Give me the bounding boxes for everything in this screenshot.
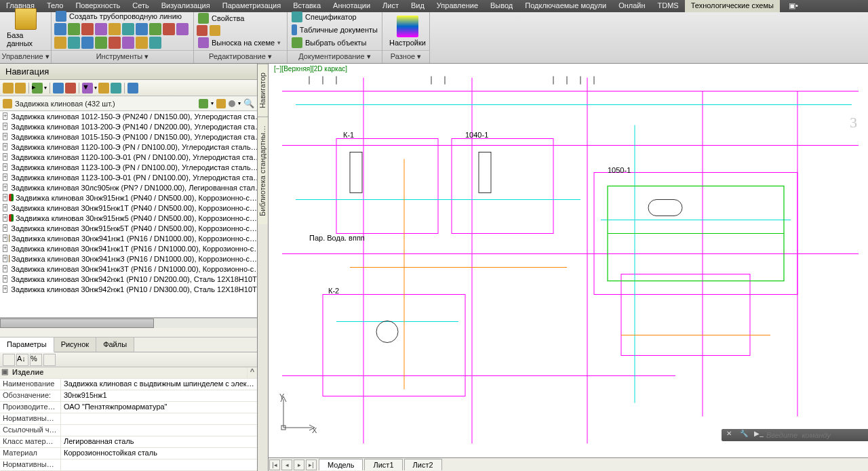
folder-icon[interactable] — [3, 83, 14, 94]
prop-row[interactable]: МатериалКоррозионностойкая сталь — [0, 448, 257, 459]
vtab-library[interactable]: Библиотека стандартны… — [258, 117, 268, 224]
collapse-icon[interactable]: ▣ — [0, 367, 9, 378]
tool-icon[interactable] — [176, 23, 189, 35]
categorize-icon[interactable] — [3, 354, 15, 366]
tree-item[interactable]: +Задвижка клиновая 30нж915нж5Т (PN40 / D… — [0, 223, 257, 233]
prop-value[interactable]: Коррозионностойкая сталь — [61, 448, 257, 459]
tree-item[interactable]: +Задвижка клиновая 30нж915нж5 (PN40 / DN… — [0, 213, 257, 223]
tree-item[interactable]: +Задвижка клиновая 30нж941нж1Т (PN16 / D… — [0, 243, 257, 253]
prop-value[interactable]: Задвижка клиновая с выдвижным шпинделем … — [61, 379, 257, 390]
spec-button[interactable]: Спецификатор — [290, 11, 379, 23]
tool-icon[interactable] — [122, 23, 134, 35]
tree-item[interactable]: +Задвижка клиновая 30нж915нж1 (PN40 / DN… — [0, 192, 257, 203]
sheet-tab[interactable]: Лист1 — [364, 459, 402, 470]
prop-row[interactable]: Обозначение:30нж915нж1 — [0, 390, 257, 402]
tabledoc-button[interactable]: Табличные документы — [290, 24, 379, 36]
tool-icon[interactable] — [43, 354, 56, 366]
expand-icon[interactable]: + — [3, 112, 7, 120]
prop-row[interactable]: Производите…ОАО "Пензтяжпромарматура" — [0, 402, 257, 413]
menu-item-active[interactable]: Технологические схемы — [685, 0, 780, 12]
tool-icon[interactable] — [68, 37, 80, 49]
last-sheet-icon[interactable]: ▸| — [306, 459, 317, 470]
tool-icon[interactable] — [122, 37, 134, 49]
folder-open-icon[interactable] — [15, 83, 26, 94]
first-sheet-icon[interactable]: |◂ — [269, 459, 280, 470]
expand-icon[interactable]: + — [3, 163, 7, 171]
prop-value[interactable] — [61, 425, 257, 436]
next-sheet-icon[interactable]: ▸ — [294, 459, 304, 470]
tool-icon[interactable] — [216, 99, 226, 108]
menu-item[interactable]: TDMS — [652, 0, 685, 12]
tab-files[interactable]: Файлы — [96, 337, 134, 352]
select-objects-button[interactable]: Выбрать объекты — [290, 37, 379, 49]
tool-icon[interactable] — [197, 25, 208, 36]
expand-icon[interactable]: + — [3, 184, 7, 191]
callout-button[interactable]: Выноска на схеме — [197, 37, 284, 49]
group-label[interactable]: Управление ▾ — [0, 50, 51, 63]
expand-icon[interactable]: + — [3, 204, 7, 211]
menu-item[interactable]: Вид — [405, 0, 431, 12]
prop-row[interactable]: Класс матер…Легированная сталь — [0, 436, 257, 448]
menu-item[interactable]: Подключаемые модули — [519, 0, 612, 12]
prop-value[interactable] — [61, 459, 257, 470]
expand-icon[interactable]: + — [3, 133, 7, 140]
tool-icon[interactable] — [136, 37, 148, 49]
tool-icon[interactable] — [53, 83, 64, 94]
sheet-tab[interactable]: Лист2 — [404, 459, 442, 470]
tool-icon[interactable] — [54, 37, 66, 49]
refresh-icon[interactable] — [199, 99, 208, 108]
sort-icon[interactable]: A↓ — [16, 354, 28, 366]
sheet-tab-model[interactable]: Модель — [319, 459, 363, 470]
tree-item[interactable]: +Задвижка клиновая 30нж941нж3Т (PN16 / D… — [0, 264, 257, 274]
tree-item[interactable]: +Задвижка клиновая 1012-150-Э (PN240 / D… — [0, 111, 257, 121]
tool-icon[interactable] — [127, 83, 138, 94]
menu-item[interactable]: Вывод — [484, 0, 519, 12]
prop-value[interactable]: Легированная сталь — [61, 436, 257, 447]
tab-parameters[interactable]: Параметры — [0, 337, 54, 352]
tree-item[interactable]: +Задвижка клиновая 30нж942нж1 (PN10 / DN… — [0, 274, 257, 284]
prop-value[interactable]: ОАО "Пензтяжпромарматура" — [61, 402, 257, 413]
expand-icon[interactable]: % — [30, 354, 42, 366]
expand-icon[interactable]: + — [3, 143, 7, 150]
tool-icon[interactable] — [81, 23, 94, 35]
filter-icon[interactable]: ▼ — [82, 83, 93, 94]
tool-icon[interactable] — [95, 23, 107, 35]
properties-button[interactable]: Свойства — [197, 12, 284, 24]
expand-icon[interactable]: + — [3, 234, 7, 242]
expand-icon[interactable]: + — [3, 224, 7, 232]
tool-icon[interactable] — [81, 37, 94, 49]
expand-icon[interactable]: + — [3, 123, 7, 130]
dot-icon[interactable] — [229, 100, 235, 107]
prop-value[interactable] — [61, 413, 257, 424]
play-icon[interactable]: ▸ — [32, 83, 43, 94]
record-icon[interactable]: ▣• — [783, 0, 799, 12]
tool-icon[interactable] — [210, 25, 220, 36]
expand-icon[interactable]: + — [3, 173, 7, 181]
tree-item[interactable]: +Задвижка клиновая 30нж941нж3 (PN16 / DN… — [0, 253, 257, 264]
expand-icon[interactable]: + — [3, 245, 7, 252]
tree-item[interactable]: +Задвижка клиновая 1013-200-Э (PN140 / D… — [0, 121, 257, 131]
group-label[interactable]: Документирование ▾ — [288, 50, 382, 63]
tree-item[interactable]: +Задвижка клиновая 30нж941нж1 (PN16 / DN… — [0, 233, 257, 243]
tool-icon[interactable] — [108, 37, 121, 49]
group-label[interactable]: Редактирование ▾ — [194, 50, 287, 63]
vtab-navigator[interactable]: Навигатор — [258, 64, 268, 117]
search-icon[interactable]: 🔍 — [243, 98, 254, 108]
create-pipeline-button[interactable]: Создать трубопроводную линию — [54, 10, 191, 22]
tree-item[interactable]: +Задвижка клиновая 1123-100-Э (PN / DN10… — [0, 162, 257, 172]
prop-row[interactable]: Нормативны… — [0, 459, 257, 471]
tool-icon[interactable] — [136, 23, 148, 35]
expand-caret-icon[interactable]: ^ — [248, 367, 257, 378]
tool-icon[interactable] — [68, 23, 80, 35]
tool-icon[interactable] — [98, 83, 109, 94]
tool-icon[interactable] — [163, 23, 175, 35]
wrench-icon[interactable]: 🔧 — [738, 430, 749, 441]
tool-icon[interactable] — [111, 83, 121, 94]
tool-icon[interactable] — [95, 37, 107, 49]
expand-icon[interactable]: + — [3, 275, 7, 283]
database-button[interactable]: База данных — [3, 7, 48, 49]
command-input[interactable] — [766, 431, 868, 439]
prop-row[interactable]: НаименованиеЗадвижка клиновая с выдвижны… — [0, 379, 257, 390]
prop-row[interactable]: Ссылочный ч… — [0, 425, 257, 436]
h-scrollbar[interactable] — [0, 318, 257, 328]
